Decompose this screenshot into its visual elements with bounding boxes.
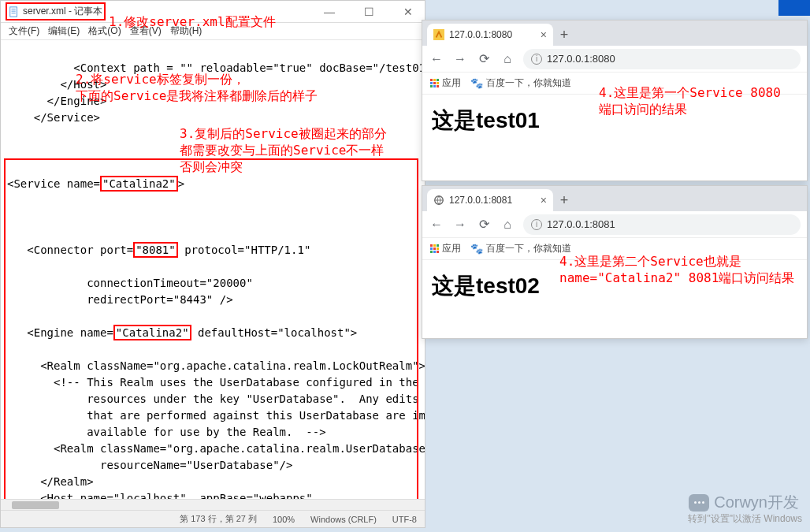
address-bar[interactable]: i 127.0.0.1:8081 <box>523 214 801 235</box>
notepad-title-text: server.xml - 记事本 <box>23 5 102 18</box>
scroll-thumb[interactable] <box>12 501 59 509</box>
menu-file[interactable]: 文件(F) <box>6 24 43 38</box>
home-button[interactable]: ⌂ <box>500 217 515 233</box>
browser-window-8080: 127.0.0.1:8080 × + ← → ⟳ ⌂ i 127.0.0.1:8… <box>422 20 808 181</box>
menu-edit[interactable]: 编辑(E) <box>45 24 83 38</box>
notepad-titlebar[interactable]: server.xml - 记事本 — ☐ ✕ <box>1 1 425 23</box>
apps-bookmark[interactable]: 应用 <box>430 76 461 90</box>
desktop-corner <box>778 0 810 16</box>
baidu-bookmark[interactable]: 🐾 百度一下，你就知道 <box>470 242 571 255</box>
status-eol: Windows (CRLF) <box>310 515 377 524</box>
after-connector: connectionTimeout="20000" redirectPort="… <box>7 275 418 308</box>
browser2-tab-title: 127.0.0.1:8081 <box>449 195 512 206</box>
browser2-tab[interactable]: 127.0.0.1:8081 × <box>427 189 553 211</box>
svg-rect-0 <box>10 6 17 16</box>
browser1-bookmarks: 应用 🐾 百度一下，你就知道 <box>422 73 807 95</box>
forward-button[interactable]: → <box>452 51 468 67</box>
browser1-tabstrip: 127.0.0.1:8080 × + <box>422 20 807 46</box>
notepad-icon <box>9 6 20 17</box>
forward-button[interactable]: → <box>452 217 468 233</box>
connector-line: <Connector port="8081" protocol="HTTP/1.… <box>7 242 418 259</box>
maximize-button[interactable]: ☐ <box>357 4 381 20</box>
browser2-tabstrip: 127.0.0.1:8081 × + <box>422 186 807 211</box>
browser2-bookmarks: 应用 🐾 百度一下，你就知道 <box>422 238 807 260</box>
new-tab-button[interactable]: + <box>553 189 575 211</box>
browser2-page-content: 这是test02 <box>422 260 807 312</box>
browser-window-8081: 127.0.0.1:8081 × + ← → ⟳ ⌂ i 127.0.0.1:8… <box>422 185 808 339</box>
notepad-window: server.xml - 记事本 — ☐ ✕ 文件(F) 编辑(E) 格式(O)… <box>0 0 425 528</box>
new-tab-button[interactable]: + <box>553 24 575 46</box>
reload-button[interactable]: ⟳ <box>476 217 492 233</box>
back-button[interactable]: ← <box>429 217 444 233</box>
address-bar[interactable]: i 127.0.0.1:8080 <box>523 49 801 69</box>
menu-view[interactable]: 查看(V) <box>127 24 165 38</box>
engine-name-highlight: "Catalina2" <box>113 325 191 340</box>
code-top: <Context path = "" reloadable="true" doc… <box>7 60 418 126</box>
back-button[interactable]: ← <box>429 51 444 67</box>
site-info-icon[interactable]: i <box>531 219 542 230</box>
browser2-toolbar: ← → ⟳ ⌂ i 127.0.0.1:8081 <box>422 211 807 238</box>
menu-help[interactable]: 帮助(H) <box>167 24 206 38</box>
notepad-title-highlight: server.xml - 记事本 <box>6 2 106 20</box>
horizontal-scrollbar[interactable] <box>1 499 425 510</box>
baidu-icon: 🐾 <box>470 77 483 89</box>
code-blank <box>7 143 418 159</box>
browser1-tab-title: 127.0.0.1:8080 <box>449 29 512 40</box>
apps-icon <box>430 79 439 87</box>
url-text: 127.0.0.1:8080 <box>547 53 615 65</box>
tab-favicon <box>433 195 444 206</box>
engine-line: <Engine name="Catalina2" defaultHost="lo… <box>7 325 418 341</box>
code-blank2 <box>7 209 418 225</box>
site-info-icon[interactable]: i <box>531 54 542 65</box>
status-zoom: 100% <box>273 515 295 524</box>
browser1-page-content: 这是test01 <box>422 95 807 147</box>
watermark-text: Corwyn开发 <box>714 492 799 513</box>
wechat-icon <box>689 494 709 512</box>
baidu-bookmark[interactable]: 🐾 百度一下，你就知道 <box>470 76 571 90</box>
service-line: <Service name="Catalina2"> <box>7 176 418 192</box>
watermark: Corwyn开发 <box>689 492 799 513</box>
apps-icon <box>430 244 439 253</box>
notepad-statusbar: 第 173 行，第 27 列 100% Windows (CRLF) UTF-8 <box>1 510 425 527</box>
baidu-icon: 🐾 <box>470 243 483 255</box>
browser1-tab[interactable]: 127.0.0.1:8080 × <box>427 24 553 46</box>
status-encoding: UTF-8 <box>392 515 417 524</box>
notepad-content[interactable]: <Context path = "" reloadable="true" doc… <box>1 40 425 505</box>
catalina2-name-highlight: "Catalina2" <box>100 176 178 192</box>
apps-bookmark[interactable]: 应用 <box>430 242 461 255</box>
activate-windows-sub: 转到"设置"以激活 Windows <box>688 512 802 526</box>
url-text: 127.0.0.1:8081 <box>547 218 615 230</box>
status-position: 第 173 行，第 27 列 <box>180 513 257 525</box>
after-engine: <Realm className="org.apache.catalina.re… <box>7 358 418 505</box>
browser1-toolbar: ← → ⟳ ⌂ i 127.0.0.1:8080 <box>422 46 807 73</box>
tab-close-icon[interactable]: × <box>541 194 547 206</box>
window-controls: — ☐ ✕ <box>318 4 420 20</box>
tab-favicon <box>433 29 444 40</box>
reload-button[interactable]: ⟳ <box>476 51 492 67</box>
minimize-button[interactable]: — <box>318 4 341 20</box>
port-highlight: "8081" <box>133 242 178 258</box>
home-button[interactable]: ⌂ <box>500 51 515 67</box>
menu-format[interactable]: 格式(O) <box>85 24 124 38</box>
notepad-menubar: 文件(F) 编辑(E) 格式(O) 查看(V) 帮助(H) <box>1 23 425 40</box>
tab-close-icon[interactable]: × <box>541 28 547 41</box>
close-button[interactable]: ✕ <box>396 4 420 20</box>
